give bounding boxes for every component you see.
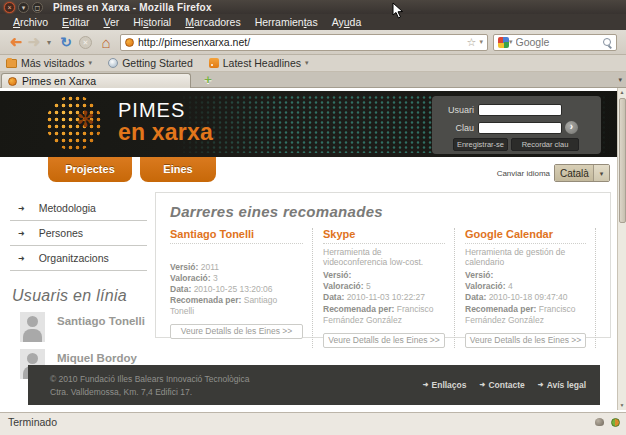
scrollbar[interactable]: ▲ ▼ <box>617 88 626 410</box>
tool-card-google-calendar: Google Calendar Herramienta de gestión d… <box>454 228 596 348</box>
menu-historial[interactable]: Historial <box>126 14 178 30</box>
username-label: Usuari <box>432 105 474 115</box>
view-details-button[interactable]: Veure Detalls de les Eines >> <box>323 333 445 348</box>
view-details-button[interactable]: Veure Detalls de les Eines >> <box>170 324 303 339</box>
page-content: ✻ PIMES en xarxa Usuari Clau › Enregistr… <box>0 88 626 410</box>
menu-herramientas[interactable]: Herramientas <box>248 14 325 30</box>
menu-editar[interactable]: Editar <box>55 14 96 30</box>
tool-card-title[interactable]: Skype <box>323 228 445 244</box>
chevron-down-icon: ▾ <box>305 59 309 67</box>
menu-ver[interactable]: Ver <box>96 14 126 30</box>
nav-button-projectes[interactable]: Projectes <box>48 157 132 182</box>
menu-archivo[interactable]: Archivo <box>6 14 55 30</box>
bookmarks-toolbar: Más visitados ▾ Getting Started Latest H… <box>0 55 626 72</box>
status-icons <box>595 418 620 427</box>
rss-icon <box>209 58 219 68</box>
password-label: Clau <box>432 123 474 133</box>
url-bar[interactable]: ☆ ▾ <box>120 34 488 51</box>
search-input[interactable] <box>516 36 602 48</box>
url-input[interactable] <box>138 36 467 48</box>
scroll-down-icon[interactable]: ▼ <box>618 401 626 410</box>
nav-button-eines[interactable]: Eines <box>140 157 216 182</box>
bookmark-most-visited[interactable]: Más visitados ▾ <box>6 57 92 69</box>
extension-status-icon[interactable] <box>611 418 620 427</box>
forward-icon[interactable]: ➜ <box>25 33 43 51</box>
bookmark-latest-headlines[interactable]: Latest Headlines ▾ <box>209 57 309 69</box>
sidebar-item-metodologia[interactable]: ➜ Metodologia <box>10 196 147 221</box>
language-label: Canviar idioma <box>497 169 550 178</box>
footer-link-contacte[interactable]: ➜ Contacte <box>480 380 525 390</box>
back-icon[interactable]: ➜ <box>7 33 25 51</box>
url-dropdown-icon[interactable]: ▾ <box>479 38 483 46</box>
tab-pimes-en-xarxa[interactable]: Pimes en Xarxa <box>1 73 191 88</box>
logo-line2: en xarxa <box>118 121 213 144</box>
language-switcher: Canviar idioma Català ▾ <box>497 164 610 182</box>
window-maximize-button[interactable]: ◻ <box>32 2 43 13</box>
tool-card-details: Versió: 2011 Valoració: 3 Data: 2010-10-… <box>170 262 303 317</box>
sidebar: ➜ Metodologia ➜ Persones ➜ Organitzacion… <box>10 196 147 379</box>
window-controls: × ▾ ◻ <box>4 2 43 13</box>
language-dropdown-icon[interactable]: ▾ <box>593 165 609 181</box>
status-bar: Terminado <box>0 412 626 435</box>
chevron-down-icon: ▾ <box>89 59 93 67</box>
window-close-button[interactable]: × <box>4 2 15 13</box>
tab-label: Pimes en Xarxa <box>22 75 96 87</box>
bookmark-label: Más visitados <box>21 57 85 69</box>
close-icon: × <box>7 4 11 11</box>
bookmark-getting-started[interactable]: Getting Started <box>108 57 193 69</box>
remember-password-button[interactable]: Recordar clau <box>511 138 579 151</box>
menu-marcadores[interactable]: Marcadores <box>178 14 247 30</box>
search-magnifier-icon[interactable] <box>602 37 612 47</box>
footer-link-enllacos[interactable]: ➜ Enllaços <box>423 380 467 390</box>
reload-icon[interactable]: ↻ <box>57 34 75 50</box>
window-minimize-button[interactable]: ▾ <box>18 2 29 13</box>
scroll-up-icon[interactable]: ▲ <box>618 88 626 97</box>
page-footer: © 2010 Fundació Illes Balears Innovació … <box>28 365 600 405</box>
online-user-row: Santiago Tonelli <box>10 312 147 342</box>
google-engine-icon[interactable] <box>498 37 509 48</box>
logo-wordmark: PIMES en xarxa <box>118 100 213 144</box>
footer-line2: Ctra. Valldemossa, Km. 7,4 Edifici 17. <box>50 386 249 399</box>
password-field[interactable] <box>478 122 562 134</box>
tool-card-title[interactable]: Google Calendar <box>465 228 586 244</box>
footer-link-avis-legal[interactable]: ➜ Avís legal <box>538 380 586 390</box>
tool-card-skype: Skype Herramienta de videoconferencia lo… <box>312 228 454 348</box>
tool-card-santiago-tonelli: Santiago Tonelli Versió: 2011 Valoració:… <box>170 228 312 348</box>
tool-card-title[interactable]: Santiago Tonelli <box>170 228 303 244</box>
arrow-right-icon: ➜ <box>18 254 25 263</box>
online-users-heading: Usuaris en línia <box>12 287 147 305</box>
username-field[interactable] <box>478 104 562 116</box>
menu-ayuda[interactable]: Ayuda <box>325 14 369 30</box>
new-tab-button[interactable]: + <box>200 72 216 87</box>
history-dropdown-icon[interactable]: ▾ <box>43 38 55 47</box>
stop-icon[interactable]: ✕ <box>79 36 92 49</box>
site-favicon-icon <box>125 38 134 47</box>
sidebar-item-organitzacions[interactable]: ➜ Organitzacions <box>10 246 147 271</box>
footer-line1: © 2010 Fundació Illes Balears Innovació … <box>50 373 249 386</box>
folder-icon <box>6 59 17 68</box>
navigation-toolbar: ➜ ➜ ▾ ↻ ✕ ⌂ ☆ ▾ ▾ <box>0 30 626 55</box>
login-submit-icon[interactable]: › <box>565 121 578 134</box>
home-icon[interactable]: ⌂ <box>96 34 116 51</box>
footer-text: © 2010 Fundació Illes Balears Innovació … <box>50 373 249 399</box>
tab-strip: Pimes en Xarxa + ▾ <box>0 72 626 88</box>
extension-icon[interactable] <box>595 418 604 426</box>
view-details-button[interactable]: Veure Detalls de les Eines >> <box>465 333 586 348</box>
online-user-name[interactable]: Santiago Tonelli <box>57 315 145 342</box>
language-select[interactable]: Català ▾ <box>554 164 610 182</box>
arrow-right-icon: ➜ <box>423 381 429 389</box>
register-button[interactable]: Enregistrar-se <box>453 138 508 151</box>
tab-list-icon[interactable]: ▾ <box>618 76 622 84</box>
scrollbar-thumb[interactable] <box>619 98 626 223</box>
tool-card-details: Versió: Valoració: 4 Data: 2010-10-18 09… <box>465 270 586 325</box>
bookmark-label: Latest Headlines <box>223 57 301 69</box>
menubar: Archivo Editar Ver Historial Marcadores … <box>0 14 626 30</box>
engine-dropdown-icon[interactable]: ▾ <box>509 38 513 46</box>
bookmark-star-icon[interactable]: ☆ <box>467 36 477 49</box>
sidebar-item-persones[interactable]: ➜ Persones <box>10 221 147 246</box>
search-bar[interactable]: ▾ <box>493 34 617 51</box>
getting-started-icon <box>108 58 118 68</box>
window-title: Pimes en Xarxa - Mozilla Firefox <box>53 2 212 13</box>
arrow-right-icon: ➜ <box>18 229 25 238</box>
window-titlebar: × ▾ ◻ Pimes en Xarxa - Mozilla Firefox <box>0 0 626 14</box>
